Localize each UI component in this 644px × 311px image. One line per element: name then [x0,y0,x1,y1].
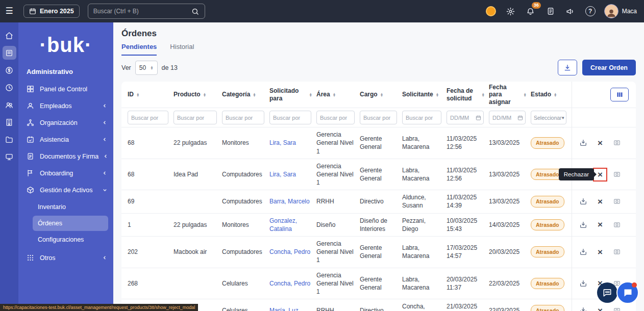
document-sign-icon [27,152,35,160]
col-header-fecha-solicitud[interactable]: Fecha de solicitud▲▼ [447,85,489,104]
tab-historial[interactable]: Historial [170,43,194,56]
archive-button[interactable] [613,221,621,229]
archive-button[interactable] [613,306,621,311]
sidebar-item-otros[interactable]: Otros [18,249,113,266]
sidebar-item-empleados[interactable]: Empleados [18,97,113,114]
filter-cargo-input[interactable] [360,111,397,124]
megaphone-icon[interactable] [564,5,577,17]
filter-id-input[interactable] [128,111,168,124]
cell-fecha-solicitud: 11/03/2025 12:56 [447,132,489,154]
assign-button[interactable] [579,139,587,147]
tab-pendientes[interactable]: Pendientes [121,43,157,56]
filter-solicitado-input[interactable] [269,111,311,124]
filter-fecha-asignar-input[interactable] [489,111,526,124]
solicitado-para-link[interactable]: María, Luz [269,303,316,311]
money-icon[interactable] [3,63,16,77]
sidebar-subitem-configuraciones[interactable]: Configuraciones [33,232,108,247]
user-menu[interactable]: Maca [604,4,637,18]
col-header-area[interactable]: Área▲▼ [316,89,360,100]
cell-id: 68 [128,167,174,182]
col-header-categoria[interactable]: Categoría▲▼ [222,89,269,100]
filter-producto-input[interactable] [174,111,217,124]
people-icon[interactable] [3,98,16,112]
archive-button[interactable] [613,248,621,256]
col-header-solicitante[interactable]: Solicitante▲▼ [402,89,447,100]
per-page-prefix: Ver [121,64,131,71]
sidebar-item-documentos-y-firma[interactable]: Documentos y Firma [18,148,113,165]
bell-icon[interactable]: 36 [525,5,537,17]
cell-fecha-asignar: 14/03/2025 [489,218,531,232]
per-page-select[interactable]: 50 ▲▼ [135,61,158,75]
col-header-estado[interactable]: Estado▲▼ [531,89,572,100]
orders-icon[interactable] [3,46,16,60]
reject-button[interactable]: × [598,306,603,311]
archive-button[interactable] [613,139,621,147]
download-button[interactable] [558,60,577,75]
support-chat-button[interactable] [616,281,639,304]
sidebar-item-asistencia[interactable]: Asistencia [18,131,113,148]
sidebar-item-onboarding[interactable]: Onboarding [18,165,113,182]
archive-button[interactable] [613,170,621,178]
assign-button[interactable] [579,221,587,229]
create-order-button[interactable]: Crear Orden [582,60,636,75]
assign-button[interactable] [579,306,587,311]
filter-area-input[interactable] [316,111,355,124]
filter-categoria-input[interactable] [222,111,264,124]
archive-button[interactable] [613,197,621,205]
filter-fecha-solicitud-input[interactable] [447,111,484,124]
assign-button[interactable] [579,248,587,256]
chevron-left-icon [104,154,108,159]
cell-id: 1 [128,218,174,232]
help-icon[interactable]: ? [584,5,597,17]
cell-id: 268 [128,276,174,291]
col-header-id[interactable]: ID▲▼ [128,89,174,100]
archive-icon [613,170,621,178]
col-header-solicitado-para[interactable]: Solicitado para▲▼ [269,85,316,104]
reject-button[interactable]: × [598,197,603,206]
filter-estado-select[interactable]: Seleccionar ▾ [531,111,566,124]
sidebar-item-organizacion[interactable]: Organización [18,114,113,131]
sort-icon: ▲▼ [436,93,439,97]
solicitado-para-link[interactable]: Concha, Pedro [269,276,316,291]
reject-button[interactable]: × [598,170,603,179]
sidebar-subitem-inventario[interactable]: Inventario [33,199,108,215]
reject-button[interactable]: × [598,139,603,147]
columns-settings-button[interactable] [610,88,629,101]
col-header-producto[interactable]: Producto▲▼ [174,89,222,100]
col-header-cargo[interactable]: Cargo▲▼ [360,89,402,100]
solicitado-para-link[interactable]: Barra, Marcelo [269,194,316,209]
cell-producto [174,198,222,204]
gear-icon[interactable] [505,5,517,17]
search-icon[interactable] [186,4,205,18]
chat-dots-button[interactable] [597,282,617,303]
search-input[interactable] [88,8,186,15]
reject-button[interactable]: × [598,248,603,256]
cell-solicitante: Concha, Pedro [402,299,447,311]
reject-button[interactable]: × [598,220,603,229]
solicitado-para-link[interactable]: Lira, Sara [269,136,316,150]
solicitado-para-link[interactable]: Lira, Sara [269,167,316,182]
solicitado-para-link[interactable]: Gonzalez, Catalina [269,214,316,236]
solicitado-para-link[interactable]: Concha, Pedro [269,245,316,259]
sidebar-item-panel-de-control[interactable]: Panel de Control [18,81,113,97]
cell-fecha-asignar: 20/03/2025 [489,245,531,259]
monitor-icon[interactable] [3,150,16,164]
col-header-fecha-asignar[interactable]: Fecha para asignar▲▼ [489,82,531,108]
sidebar-subitem-ordenes[interactable]: Órdenes [33,216,108,231]
sidebar-section-label: Administrativo [18,66,113,81]
assign-button[interactable] [579,197,587,205]
clock-icon[interactable] [3,81,16,94]
folder-icon[interactable] [3,133,16,146]
orange-badge-icon[interactable] [485,5,497,17]
reject-highlight: × [594,305,606,311]
building-icon[interactable] [3,115,16,129]
archive-icon [613,139,621,147]
assign-button[interactable] [579,279,587,288]
sidebar-item-gestion-de-activos[interactable]: Gestión de Activos [18,182,113,198]
cell-area: Gerencia General Nivel 1 [316,127,360,159]
month-selector[interactable]: Enero 2025 [23,5,80,18]
document-icon[interactable] [544,5,557,17]
filter-solicitante-input[interactable] [402,111,441,124]
hamburger-icon[interactable]: ☰ [0,0,18,22]
home-icon[interactable] [3,29,16,42]
